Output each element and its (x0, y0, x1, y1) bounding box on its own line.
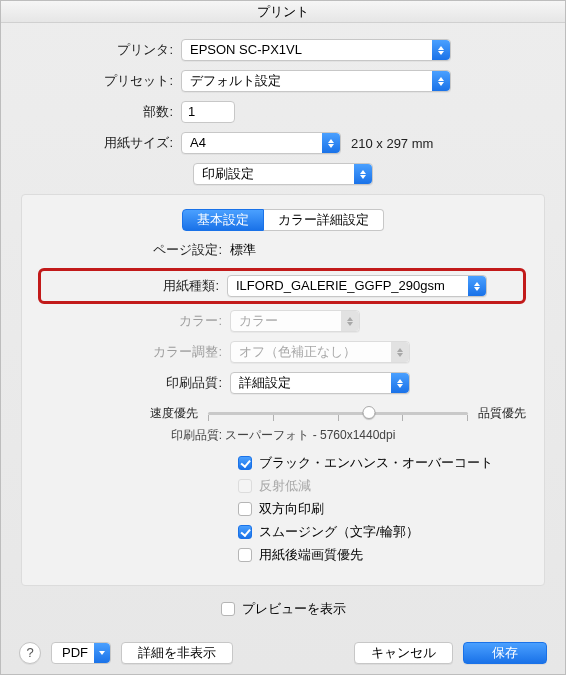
color-adjust-label: カラー調整: (40, 343, 230, 361)
help-button[interactable]: ? (19, 642, 41, 664)
color-adjust-select: オフ（色補正なし） (230, 341, 410, 363)
chevron-updown-icon (432, 71, 450, 91)
checkbox-label: 用紙後端画質優先 (259, 546, 363, 564)
printer-select[interactable]: EPSON SC-PX1VL (181, 39, 451, 61)
quality-slider[interactable] (208, 403, 468, 423)
print-dialog: プリント プリンタ: EPSON SC-PX1VL プリセット: デフォルト設定… (0, 0, 566, 675)
media-type-select[interactable]: ILFORD_GALERIE_GGFP_290gsm (227, 275, 487, 297)
chevron-updown-icon (391, 373, 409, 393)
save-button[interactable]: 保存 (463, 642, 547, 664)
media-type-highlight: 用紙種類: ILFORD_GALERIE_GGFP_290gsm (38, 268, 526, 304)
checkbox-show-preview[interactable] (221, 602, 235, 616)
print-settings-panel: 基本設定 カラー詳細設定 ページ設定: 標準 用紙種類: ILFORD_GALE… (21, 194, 545, 586)
checkbox-black-enhance[interactable] (238, 456, 252, 470)
chevron-updown-icon (341, 311, 359, 331)
window-title: プリント (1, 1, 565, 23)
pdf-menu[interactable]: PDF (51, 642, 111, 664)
checkbox-reflection (238, 479, 252, 493)
checkbox-bidirectional[interactable] (238, 502, 252, 516)
papersize-dimensions: 210 x 297 mm (351, 136, 433, 151)
chevron-updown-icon (432, 40, 450, 60)
slider-thumb[interactable] (363, 406, 376, 419)
preset-label: プリセット: (21, 72, 181, 90)
papersize-select[interactable]: A4 (181, 132, 341, 154)
copies-label: 部数: (21, 103, 181, 121)
color-select: カラー (230, 310, 360, 332)
color-label: カラー: (40, 312, 230, 330)
checkbox-label: スムージング（文字/輪郭） (259, 523, 419, 541)
checkbox-trailing-quality[interactable] (238, 548, 252, 562)
dialog-footer: ? PDF 詳細を非表示 キャンセル 保存 (1, 632, 565, 675)
cancel-button[interactable]: キャンセル (354, 642, 453, 664)
slider-label-quality: 品質優先 (478, 405, 526, 422)
tab-group: 基本設定 カラー詳細設定 (182, 209, 384, 231)
quality-info: 印刷品質: スーパーフォト - 5760x1440dpi (40, 427, 526, 444)
page-setup-value: 標準 (230, 241, 256, 259)
chevron-down-icon (94, 643, 110, 663)
hide-details-button[interactable]: 詳細を非表示 (121, 642, 233, 664)
print-quality-select[interactable]: 詳細設定 (230, 372, 410, 394)
copies-field[interactable]: 1 (181, 101, 235, 123)
chevron-updown-icon (468, 276, 486, 296)
tab-basic[interactable]: 基本設定 (182, 209, 264, 231)
media-type-label: 用紙種類: (41, 277, 227, 295)
printer-label: プリンタ: (21, 41, 181, 59)
chevron-updown-icon (391, 342, 409, 362)
show-preview-label: プレビューを表示 (242, 600, 346, 618)
page-setup-label: ページ設定: (40, 241, 230, 259)
checkbox-label: 双方向印刷 (259, 500, 324, 518)
checkbox-smoothing[interactable] (238, 525, 252, 539)
slider-label-speed: 速度優先 (150, 405, 198, 422)
section-select[interactable]: 印刷設定 (193, 163, 373, 185)
tab-color-advanced[interactable]: カラー詳細設定 (264, 209, 384, 231)
checkbox-label: ブラック・エンハンス・オーバーコート (259, 454, 493, 472)
papersize-label: 用紙サイズ: (21, 134, 181, 152)
chevron-updown-icon (354, 164, 372, 184)
preset-select[interactable]: デフォルト設定 (181, 70, 451, 92)
checkbox-label: 反射低減 (259, 477, 311, 495)
print-quality-label: 印刷品質: (40, 374, 230, 392)
chevron-updown-icon (322, 133, 340, 153)
